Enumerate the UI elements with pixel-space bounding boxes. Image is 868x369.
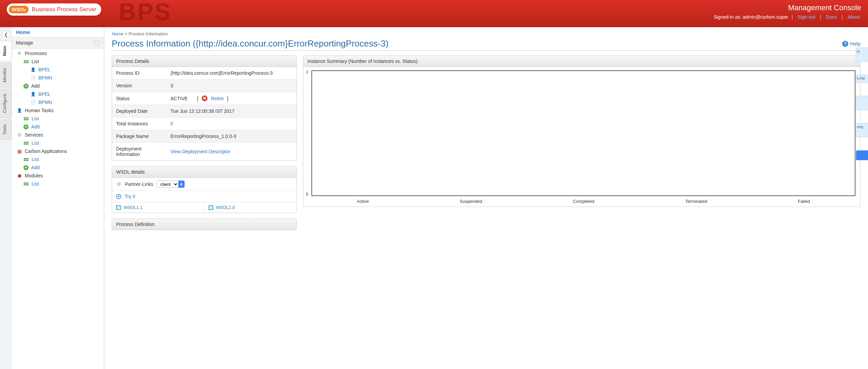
- chart-x-axis: Active Suspended Completed Terminated Fa…: [311, 199, 855, 204]
- deployment-descriptor-link[interactable]: View Deployment Descriptor: [170, 149, 230, 154]
- deployed-value: Tue Jun 13 12:00:38 IST 2017: [166, 105, 296, 118]
- add-icon: +: [23, 84, 29, 89]
- logo-text: Business Process Server: [32, 6, 96, 13]
- modules-icon: [17, 173, 22, 178]
- sidebar-home[interactable]: Home: [12, 27, 104, 37]
- sidebar-item-human-tasks-add[interactable]: + Add: [12, 123, 104, 131]
- vtab-tools[interactable]: Tools: [0, 119, 12, 140]
- sidebar-item-carbon-apps-list[interactable]: List: [12, 155, 104, 163]
- tree-label: List: [32, 181, 39, 187]
- wsdl11-cell[interactable]: WSDL1.1: [112, 202, 204, 213]
- pid-value: {http://idea.concur.com}ErrorReportingPr…: [166, 67, 296, 80]
- tree-label: Processes: [25, 51, 47, 56]
- tree-label: List: [32, 116, 39, 121]
- depinfo-label: Deployment Information: [112, 143, 166, 161]
- collapse-sidebar-button[interactable]: ❮: [2, 31, 10, 39]
- tree-label: Add: [31, 165, 40, 170]
- signed-in-user: admin@carbon.super: [743, 14, 788, 20]
- sidebar-item-bpel-add[interactable]: BPEL: [12, 90, 104, 98]
- vtab-main[interactable]: Main: [0, 41, 12, 61]
- main-content: Home > Process Information Process Infor…: [104, 27, 868, 369]
- bracket: [: [197, 96, 198, 101]
- console-title: Management Console: [713, 3, 861, 12]
- help-link[interactable]: ? Help: [842, 41, 861, 47]
- table-row: Deployment Information View Deployment D…: [112, 143, 296, 161]
- about-link[interactable]: About: [847, 14, 860, 20]
- sidebar-item-modules[interactable]: Modules: [12, 172, 104, 180]
- breadcrumb-home[interactable]: Home: [112, 31, 124, 36]
- bpmn-icon: [30, 100, 36, 105]
- header-bar: BPS WSO₂ Business Process Server Managem…: [0, 0, 868, 27]
- process-details-table: Process ID {http://idea.concur.com}Error…: [112, 67, 296, 160]
- retire-icon: ✖: [202, 95, 207, 101]
- list-icon: [23, 116, 29, 121]
- partner-links-select-wrap[interactable]: client: [157, 180, 185, 188]
- try-it-link[interactable]: Try It: [125, 194, 135, 199]
- sidebar-section-label: Manage: [16, 40, 33, 46]
- wsdl-icon: [209, 205, 213, 210]
- logo[interactable]: WSO₂ Business Process Server: [7, 3, 101, 16]
- sidebar-item-add-processes[interactable]: + Add: [12, 82, 104, 90]
- vtab-monitor[interactable]: Monitor: [0, 63, 12, 87]
- tree-label: List: [32, 59, 39, 64]
- docs-link[interactable]: Docs: [826, 14, 837, 20]
- select-caret-icon: [178, 181, 184, 188]
- sidebar-item-processes[interactable]: Processes: [12, 49, 104, 57]
- sidebar-item-carbon-apps-add[interactable]: + Add: [12, 163, 104, 172]
- sidebar-item-list-processes[interactable]: List: [12, 57, 104, 66]
- header-right: Management Console Signed-in as: admin@c…: [713, 3, 861, 20]
- list-icon: [23, 59, 29, 64]
- chart-y-axis: 1 0: [306, 70, 308, 197]
- sidebar-item-services-list[interactable]: List: [12, 139, 104, 147]
- table-row: Deployed Date Tue Jun 13 12:00:38 IST 20…: [112, 105, 296, 118]
- sidebar-item-bpmn-list[interactable]: BPMN: [12, 74, 104, 82]
- retire-link[interactable]: Retire: [211, 96, 223, 101]
- sidebar-item-carbon-apps[interactable]: Carbon Applications: [12, 147, 104, 155]
- table-row: Package Name ErrorReportingProcess_1.0.0…: [112, 130, 296, 143]
- sidebar-item-modules-list[interactable]: List: [12, 180, 104, 188]
- vtab-configure[interactable]: Configure: [0, 89, 12, 118]
- package-value: ErrorReportingProcess_1.0.0-3: [166, 130, 296, 143]
- tree-label: Add: [31, 124, 40, 129]
- sidebar-item-bpel-list[interactable]: BPEL: [12, 66, 104, 74]
- sidebar-item-human-tasks-list[interactable]: List: [12, 115, 104, 123]
- signed-in-label: Signed-in as:: [713, 14, 741, 20]
- tree-label: Carbon Applications: [25, 148, 67, 154]
- instance-summary-chart: 1 0 Active Suspended Completed Terminate…: [303, 67, 860, 207]
- tree-label: Services: [25, 132, 43, 138]
- wsdl20-cell[interactable]: WSDL2.0: [204, 202, 296, 213]
- header-links: Signed-in as: admin@carbon.super | Sign-…: [713, 14, 861, 20]
- bpmn-icon: [30, 75, 36, 81]
- signout-link[interactable]: Sign-out: [798, 14, 815, 20]
- add-icon: +: [23, 165, 29, 170]
- x-tick: Active: [357, 199, 369, 204]
- wsdl11-link[interactable]: WSDL1.1: [124, 205, 143, 210]
- breadcrumb-current: Process Information: [129, 31, 168, 36]
- panel-header: Instance Summary (Number of Instances vs…: [303, 56, 860, 67]
- process-details-panel: Process Details Process ID {http://idea.…: [112, 55, 297, 161]
- apps-icon: [17, 148, 22, 154]
- sidebar-section-manage[interactable]: Manage ︿: [12, 37, 104, 49]
- help-icon: ?: [842, 41, 848, 47]
- total-instances-link[interactable]: 0: [170, 121, 173, 126]
- wsdl-version-row: WSDL1.1 WSDL2.0: [112, 202, 296, 213]
- instance-summary-panel: Instance Summary (Number of Instances vs…: [303, 55, 861, 207]
- x-tick: Completed: [573, 199, 594, 204]
- try-it-row[interactable]: Try It: [112, 191, 296, 202]
- breadcrumb: Home > Process Information: [112, 31, 861, 36]
- list-icon: [23, 181, 29, 187]
- panel-header: Process Details: [112, 56, 296, 67]
- list-icon: [23, 140, 29, 146]
- wsdl20-link[interactable]: WSDL2.0: [216, 205, 235, 210]
- sidebar-item-human-tasks[interactable]: Human Tasks: [12, 106, 104, 115]
- gear-icon: [17, 132, 22, 138]
- sidebar-item-services[interactable]: Services: [12, 131, 104, 139]
- sidebar-item-bpmn-add[interactable]: BPMN: [12, 98, 104, 106]
- partner-links-select[interactable]: client: [157, 181, 178, 188]
- logo-badge: WSO₂: [9, 6, 29, 13]
- tree-label: BPMN: [38, 75, 52, 81]
- wsdl-panel: WSDL details Partner-Links client: [112, 166, 297, 213]
- tree-label: List: [32, 140, 39, 146]
- package-label: Package Name: [112, 130, 166, 143]
- bpel-icon: [30, 67, 36, 72]
